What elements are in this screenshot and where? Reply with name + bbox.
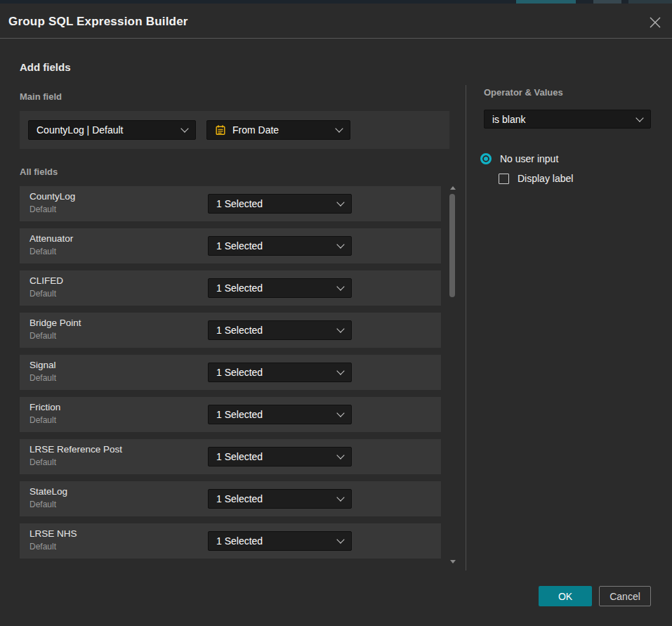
field-name: Signal	[29, 360, 56, 370]
main-field-field-dropdown[interactable]: From Date	[206, 120, 350, 140]
field-selection-value: 1 Selected	[216, 409, 263, 420]
chevron-down-icon	[336, 409, 344, 417]
field-name: Bridge Point	[29, 318, 81, 328]
group-sql-expression-builder-dialog: Group SQL Expression Builder Add fields …	[0, 0, 672, 626]
operator-dropdown[interactable]: is blank	[484, 110, 651, 129]
field-row-lrse-reference-post[interactable]: LRSE Reference Post Default 1 Selected	[20, 439, 441, 474]
scrollbar-thumb[interactable]	[449, 194, 455, 297]
chevron-down-icon	[336, 240, 344, 248]
all-fields-label: All fields	[20, 167, 58, 177]
chevron-down-icon	[635, 114, 643, 122]
operator-dropdown-value: is blank	[492, 114, 525, 125]
field-selection-value: 1 Selected	[216, 240, 263, 252]
main-field-source-dropdown[interactable]: CountyLog | Default	[28, 120, 196, 140]
chevron-down-icon	[336, 451, 344, 459]
dialog-title: Group SQL Expression Builder	[8, 15, 188, 29]
field-name: LRSE NHS	[29, 528, 77, 539]
close-icon[interactable]	[647, 15, 663, 30]
field-selection-dropdown[interactable]: 1 Selected	[208, 489, 352, 509]
field-subtitle: Default	[29, 204, 56, 214]
field-selection-value: 1 Selected	[216, 493, 263, 504]
field-row-signal[interactable]: Signal Default 1 Selected	[20, 355, 441, 390]
chevron-down-icon	[336, 325, 344, 332]
main-field-label: Main field	[20, 91, 62, 102]
field-selection-dropdown[interactable]: 1 Selected	[208, 278, 352, 298]
add-fields-heading: Add fields	[20, 61, 71, 73]
field-row-bridge-point[interactable]: Bridge Point Default 1 Selected	[20, 313, 441, 348]
field-subtitle: Default	[29, 289, 56, 299]
field-selection-value: 1 Selected	[216, 325, 263, 336]
display-label-label: Display label	[518, 173, 573, 184]
dialog-header: Group SQL Expression Builder	[0, 4, 672, 39]
field-selection-value: 1 Selected	[216, 367, 263, 378]
field-name: CountyLog	[29, 191, 75, 202]
field-subtitle: Default	[29, 457, 56, 467]
field-name: Friction	[29, 402, 60, 412]
display-label-checkbox[interactable]: Display label	[499, 173, 573, 184]
field-selection-value: 1 Selected	[216, 282, 263, 294]
ok-button[interactable]: OK	[539, 586, 592, 606]
chevron-down-icon	[180, 124, 188, 132]
no-user-input-radio[interactable]: No user input	[480, 153, 558, 164]
field-selection-value: 1 Selected	[216, 535, 263, 547]
field-row-attenuator[interactable]: Attenuator Default 1 Selected	[20, 228, 441, 263]
chevron-down-icon	[336, 493, 344, 501]
radio-selected-icon	[480, 153, 492, 164]
field-name: StateLog	[29, 486, 67, 497]
field-name: Attenuator	[29, 233, 73, 244]
main-field-panel: CountyLog | Default From Date	[20, 111, 449, 149]
field-selection-value: 1 Selected	[216, 451, 263, 462]
field-subtitle: Default	[29, 415, 56, 425]
field-name: LRSE Reference Post	[29, 444, 122, 455]
field-row-friction[interactable]: Friction Default 1 Selected	[20, 397, 441, 432]
chevron-down-icon	[336, 367, 344, 374]
field-row-statelog[interactable]: StateLog Default 1 Selected	[20, 481, 441, 516]
all-fields-list: CountyLog Default 1 Selected Attenuator …	[20, 186, 441, 566]
field-subtitle: Default	[29, 373, 56, 383]
field-selection-value: 1 Selected	[216, 198, 263, 209]
main-field-field-value: From Date	[232, 124, 279, 136]
calendar-icon	[215, 124, 226, 136]
panel-divider	[466, 85, 466, 570]
chevron-down-icon	[336, 282, 344, 290]
field-subtitle: Default	[29, 331, 56, 341]
field-row-countylog[interactable]: CountyLog Default 1 Selected	[20, 186, 441, 221]
field-selection-dropdown[interactable]: 1 Selected	[208, 236, 352, 256]
field-selection-dropdown[interactable]: 1 Selected	[208, 405, 352, 424]
no-user-input-label: No user input	[500, 153, 558, 164]
field-row-lrse-nhs[interactable]: LRSE NHS Default 1 Selected	[20, 523, 441, 559]
operator-values-label: Operator & Values	[484, 87, 563, 98]
scrollbar-up-arrow-icon[interactable]	[450, 186, 456, 190]
scrollbar-down-arrow-icon[interactable]	[450, 560, 456, 563]
field-selection-dropdown[interactable]: 1 Selected	[208, 320, 352, 340]
chevron-down-icon	[336, 198, 344, 206]
field-selection-dropdown[interactable]: 1 Selected	[208, 531, 352, 551]
field-selection-dropdown[interactable]: 1 Selected	[208, 363, 352, 382]
main-field-source-value: CountyLog | Default	[37, 124, 124, 136]
field-name: CLIFED	[29, 275, 63, 286]
field-subtitle: Default	[29, 247, 56, 256]
chevron-down-icon	[335, 124, 343, 132]
field-selection-dropdown[interactable]: 1 Selected	[208, 194, 352, 214]
cancel-button[interactable]: Cancel	[599, 586, 651, 606]
field-selection-dropdown[interactable]: 1 Selected	[208, 447, 352, 467]
field-row-clifed[interactable]: CLIFED Default 1 Selected	[20, 270, 441, 306]
checkbox-unchecked-icon	[499, 174, 509, 184]
chevron-down-icon	[336, 535, 344, 543]
field-subtitle: Default	[29, 500, 56, 509]
field-subtitle: Default	[29, 542, 56, 552]
